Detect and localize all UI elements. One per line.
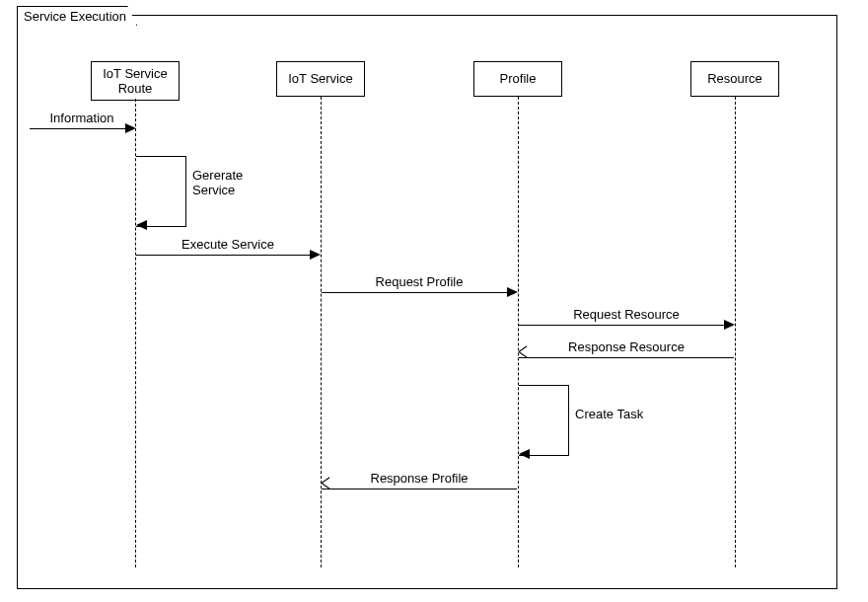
arrow-response-profile <box>322 489 517 489</box>
msg-response-resource: Response Resource <box>568 339 685 354</box>
arrow-request-resource <box>519 325 725 326</box>
arrow-head-icon <box>136 220 147 230</box>
arrow-head-icon <box>125 123 136 133</box>
msg-information: Information <box>49 111 113 125</box>
lifeline-resource <box>735 97 736 567</box>
lifeline-profile <box>518 97 519 567</box>
msg-create-task: Create Task <box>575 407 643 421</box>
diagram-frame <box>17 15 837 589</box>
arrow-execute-service <box>136 255 311 256</box>
diagram-frame-title: Service Execution <box>17 6 137 26</box>
msg-request-resource: Request Resource <box>573 307 680 322</box>
msg-generate-service: Gererate Service <box>192 168 243 197</box>
arrow-head-icon <box>310 250 321 260</box>
arrow-request-profile <box>322 292 508 293</box>
msg-response-profile: Response Profile <box>371 471 469 486</box>
participant-resource: Resource <box>690 61 779 97</box>
participant-iot-service: IoT Service <box>276 61 365 97</box>
arrow-head-icon <box>724 320 735 330</box>
arrow-head-icon <box>322 483 333 494</box>
lifeline-iot-service <box>321 97 322 567</box>
msg-execute-service: Execute Service <box>181 237 274 252</box>
arrow-head-icon <box>507 287 518 297</box>
sequence-diagram: Service Execution IoT Service Route IoT … <box>0 0 868 602</box>
participant-iot-service-route: IoT Service Route <box>91 61 180 101</box>
participant-profile: Profile <box>473 61 562 97</box>
arrow-information <box>30 128 126 129</box>
msg-request-profile: Request Profile <box>376 274 464 289</box>
self-msg-create-task <box>519 385 569 456</box>
arrow-response-resource <box>519 357 734 358</box>
arrow-head-icon <box>519 449 530 459</box>
self-msg-generate-service <box>136 156 186 227</box>
arrow-head-icon <box>519 351 531 363</box>
